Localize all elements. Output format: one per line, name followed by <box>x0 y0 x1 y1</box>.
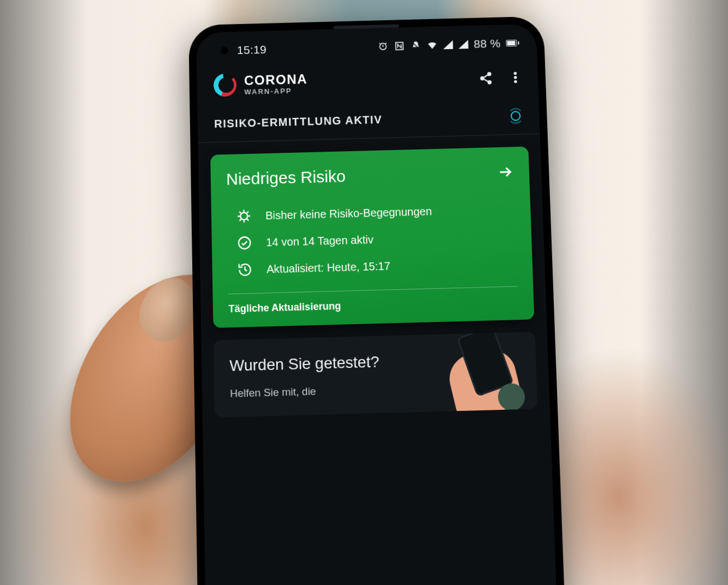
tested-card-illustration <box>443 333 530 414</box>
svg-point-6 <box>240 212 247 219</box>
svg-point-5 <box>514 80 517 82</box>
risk-card-footer: Tägliche Aktualisierung <box>228 296 518 315</box>
wifi-icon <box>427 40 438 51</box>
mute-icon <box>410 40 422 51</box>
divider <box>228 286 518 294</box>
svg-point-0 <box>488 73 491 76</box>
arrow-right-icon <box>497 164 514 181</box>
app-logo-icon <box>214 73 237 97</box>
app-subtitle: WARN-APP <box>244 86 307 95</box>
front-camera <box>220 46 229 56</box>
svg-point-3 <box>514 72 516 74</box>
exposure-active-icon <box>507 108 524 124</box>
svg-point-4 <box>514 76 516 79</box>
svg-point-2 <box>488 81 492 84</box>
phone-frame: 15:19 88 % CORONA WARN-APP <box>188 16 568 585</box>
alarm-icon <box>377 41 389 52</box>
check-icon <box>236 235 253 250</box>
svg-point-7 <box>239 237 251 249</box>
risk-row-text: Aktualisiert: Heute, 15:17 <box>267 259 390 276</box>
phone-screen: 15:19 88 % CORONA WARN-APP <box>196 24 560 585</box>
virus-icon <box>235 208 252 224</box>
battery-icon <box>506 40 519 47</box>
app-brand: CORONA WARN-APP <box>214 71 308 97</box>
battery-percent: 88 % <box>474 37 501 51</box>
tested-card[interactable]: Wurden Sie getestet? Helfen Sie mit, die <box>214 332 537 417</box>
app-title: CORONA <box>244 72 308 87</box>
main-content: Niedriges Risiko Bisher keine Risiko-Beg… <box>198 134 551 431</box>
signal-icon-2 <box>458 40 469 49</box>
risk-card[interactable]: Niedriges Risiko Bisher keine Risiko-Beg… <box>210 146 534 327</box>
signal-icon-1 <box>443 40 453 49</box>
risk-card-title: Niedriges Risiko <box>226 167 346 189</box>
share-icon[interactable] <box>478 71 493 86</box>
more-icon[interactable] <box>508 70 523 85</box>
svg-point-1 <box>481 77 484 80</box>
status-time: 15:19 <box>237 43 267 57</box>
risk-row-text: 14 von 14 Tagen aktiv <box>266 233 374 249</box>
nfc-icon <box>394 40 405 52</box>
exposure-status-label: RISIKO-ERMITTLUNG AKTIV <box>214 113 382 130</box>
risk-row-text: Bisher keine Risiko-Begegnungen <box>265 205 432 222</box>
clock-icon <box>236 262 253 278</box>
